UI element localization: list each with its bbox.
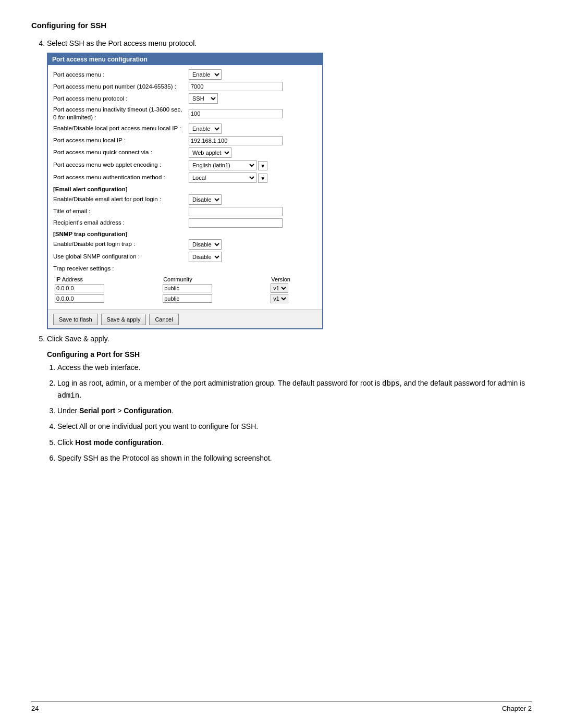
- sub-step-1: Access the web interface.: [57, 362, 532, 373]
- select-email-alert[interactable]: DisableEnable: [189, 194, 222, 205]
- value-auth-method[interactable]: LocalRADIUS ▼: [189, 172, 317, 183]
- label-local-ip-enable: Enable/Disable local port access menu lo…: [53, 125, 189, 132]
- row-snmp-trap: Enable/Disable port login trap : Disable…: [53, 238, 317, 251]
- row-inactivity: Port access menu inactivity timeout (1-3…: [53, 105, 317, 122]
- label-local-ip: Port access menu local IP :: [53, 137, 189, 144]
- step-5-text: Click Save & apply.: [47, 335, 109, 343]
- cancel-button[interactable]: Cancel: [149, 314, 178, 325]
- value-local-ip-enable[interactable]: EnableDisable: [189, 124, 317, 134]
- select-quick-connect[interactable]: Web appletSSH: [189, 147, 231, 158]
- row-trap-label: Trap receiver settings :: [53, 263, 317, 275]
- value-quick-connect[interactable]: Web appletSSH: [189, 147, 317, 158]
- input-port-number[interactable]: [189, 82, 283, 91]
- config-body: Port access menu : EnableDisable Port ac…: [48, 65, 322, 309]
- label-auth-method: Port access menu authentication method :: [53, 174, 189, 181]
- code-dbps: dbps: [382, 379, 400, 387]
- row-email-recipient: Recipient's email address :: [53, 217, 317, 229]
- value-email-recipient[interactable]: [189, 218, 317, 228]
- row-local-ip-enable: Enable/Disable local port access menu lo…: [53, 122, 317, 135]
- sub-step-2-text: Log in as root, admin, or a member of th…: [57, 379, 525, 399]
- step-4: Select SSH as the Port access menu proto…: [47, 39, 532, 329]
- trap-row-2: v1v2: [53, 293, 317, 304]
- row-snmp-global: Use global SNMP configuration : DisableE…: [53, 251, 317, 263]
- label-port-access-menu: Port access menu :: [53, 71, 189, 79]
- trap-ip-2[interactable]: [55, 294, 104, 303]
- sub-step-2: Log in as root, admin, or a member of th…: [57, 377, 532, 401]
- trap-version-2[interactable]: v1v2: [271, 294, 288, 303]
- page-footer: 24 Chapter 2: [31, 701, 532, 712]
- trap-community-1[interactable]: [163, 284, 212, 292]
- label-protocol: Port access menu protocol :: [53, 95, 189, 103]
- value-port-number[interactable]: [189, 82, 317, 91]
- sub-step-1-text: Access the web interface.: [57, 363, 141, 372]
- value-inactivity[interactable]: [189, 109, 317, 118]
- select-local-ip-enable[interactable]: EnableDisable: [189, 124, 222, 134]
- label-quick-connect: Port access menu quick connect via :: [53, 149, 189, 156]
- input-email-recipient[interactable]: [189, 218, 283, 228]
- label-email-alert: Enable/Disable email alert for port logi…: [53, 195, 189, 203]
- button-row: Save to flash Save & apply Cancel: [48, 309, 322, 328]
- select-port-access-menu[interactable]: EnableDisable: [189, 69, 222, 80]
- label-inactivity: Port access menu inactivity timeout (1-3…: [53, 106, 189, 121]
- select-snmp-trap[interactable]: DisableEnable: [189, 239, 222, 250]
- input-email-title[interactable]: [189, 207, 283, 216]
- value-encoding[interactable]: English (latin1)UTF-8 ▼: [189, 160, 317, 170]
- value-protocol[interactable]: SSHTelnet: [189, 93, 317, 104]
- bold-host-mode: Host mode configuration: [75, 438, 162, 447]
- input-inactivity[interactable]: [189, 109, 283, 118]
- save-flash-button[interactable]: Save to flash: [53, 314, 98, 325]
- bold-serial-port: Serial port: [79, 406, 115, 415]
- label-snmp-global: Use global SNMP configuration :: [53, 253, 189, 261]
- trap-ip-1[interactable]: [55, 284, 104, 292]
- label-snmp-trap: Enable/Disable port login trap :: [53, 240, 189, 248]
- value-snmp-global[interactable]: DisableEnable: [189, 252, 317, 262]
- encoding-dropdown-btn[interactable]: ▼: [258, 161, 267, 170]
- row-protocol: Port access menu protocol : SSHTelnet: [53, 92, 317, 105]
- sub-step-5: Click Host mode configuration.: [57, 437, 532, 448]
- trap-version-1[interactable]: v1v2: [271, 283, 288, 293]
- auth-dropdown-btn[interactable]: ▼: [258, 174, 267, 183]
- sub-step-5-text: Click Host mode configuration.: [57, 438, 164, 447]
- col-version: Version: [269, 276, 317, 283]
- save-apply-button[interactable]: Save & apply: [101, 314, 146, 325]
- label-email-title: Title of email :: [53, 207, 189, 215]
- row-quick-connect: Port access menu quick connect via : Web…: [53, 146, 317, 159]
- trap-table: IP Address Community Version v1v2: [53, 276, 317, 304]
- sub-step-3-text: Under Serial port > Configuration.: [57, 406, 174, 415]
- code-admin: admin: [57, 391, 79, 399]
- row-encoding: Port access menu web applet encoding : E…: [53, 159, 317, 171]
- row-port-number: Port access menu port number (1024-65535…: [53, 81, 317, 92]
- row-port-access-menu: Port access menu : EnableDisable: [53, 68, 317, 81]
- step-4-text: Select SSH as the Port access menu proto…: [47, 39, 197, 47]
- sub-step-4-text: Select All or one individual port you wa…: [57, 422, 258, 430]
- value-email-alert[interactable]: DisableEnable: [189, 194, 317, 205]
- value-port-access-menu[interactable]: EnableDisable: [189, 69, 317, 80]
- email-section-header: [Email alert configuration]: [53, 184, 317, 193]
- sub-step-4: Select All or one individual port you wa…: [57, 421, 532, 432]
- value-snmp-trap[interactable]: DisableEnable: [189, 239, 317, 250]
- sub-section-heading: Configuring a Port for SSH: [47, 350, 532, 359]
- sub-steps-list: Access the web interface. Log in as root…: [57, 362, 532, 464]
- footer-page-number: 24: [31, 705, 39, 712]
- col-community: Community: [161, 276, 269, 283]
- value-email-title[interactable]: [189, 207, 317, 216]
- select-encoding[interactable]: English (latin1)UTF-8: [189, 160, 256, 170]
- select-auth-method[interactable]: LocalRADIUS: [189, 172, 256, 183]
- label-port-number: Port access menu port number (1024-65535…: [53, 83, 189, 91]
- value-local-ip[interactable]: [189, 136, 317, 145]
- bold-configuration: Configuration: [124, 406, 172, 415]
- col-ip: IP Address: [53, 276, 161, 283]
- trap-row-1: v1v2: [53, 283, 317, 293]
- select-protocol[interactable]: SSHTelnet: [189, 93, 218, 104]
- row-email-title: Title of email :: [53, 206, 317, 217]
- sub-step-6: Specify SSH as the Protocol as shown in …: [57, 452, 532, 464]
- config-dialog-title: Port access menu configuration: [48, 54, 322, 65]
- input-local-ip[interactable]: [189, 136, 283, 145]
- page-title: Configuring for SSH: [31, 21, 532, 30]
- label-email-recipient: Recipient's email address :: [53, 219, 189, 227]
- row-email-alert: Enable/Disable email alert for port logi…: [53, 193, 317, 206]
- snmp-section-header: [SNMP trap configuration]: [53, 229, 317, 238]
- select-snmp-global[interactable]: DisableEnable: [189, 252, 222, 262]
- trap-community-2[interactable]: [163, 294, 212, 303]
- label-encoding: Port access menu web applet encoding :: [53, 161, 189, 169]
